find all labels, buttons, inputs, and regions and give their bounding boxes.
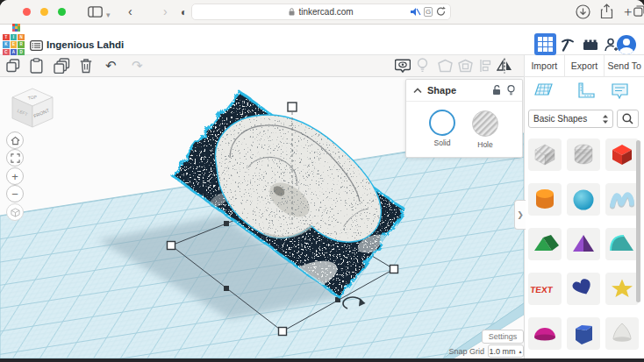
shape-tile-polygon[interactable] — [567, 317, 600, 350]
tab-overview-icon[interactable] — [633, 5, 644, 17]
import-button[interactable]: Import — [525, 55, 564, 76]
delete-icon[interactable] — [80, 58, 92, 74]
mute-audio-icon[interactable] — [411, 7, 421, 17]
sidebar-scrollbar[interactable] — [636, 140, 640, 302]
browser-chrome: ▾ ‹ › ◐ tinkercad.com G ＋ — [0, 0, 644, 25]
back-button[interactable]: ‹ — [128, 4, 132, 19]
url-text: tinkercad.com — [298, 7, 353, 17]
share-icon[interactable] — [600, 4, 613, 19]
hole-label: Hole — [477, 140, 492, 149]
settings-button[interactable]: Settings — [482, 330, 524, 344]
align-icon — [479, 59, 492, 73]
design-menu-icon[interactable] — [30, 40, 43, 51]
shape-tile-scribble[interactable] — [605, 183, 639, 216]
ungroup-icon — [458, 59, 473, 73]
edit-toolbar: ↶ ↷ — [0, 55, 524, 77]
new-tab-icon[interactable]: ＋ — [621, 4, 634, 19]
snap-grid-value: 1.0 mm — [490, 347, 516, 356]
shape-tile-cylinder-hole[interactable] — [567, 138, 600, 171]
shapes-sidebar: Basic Shapes TEXT — [524, 77, 644, 358]
solid-label: Solid — [434, 138, 451, 147]
translate-icon[interactable]: G — [424, 7, 433, 17]
hole-option[interactable]: Hole — [471, 110, 499, 149]
dashboard-grid-button[interactable] — [534, 33, 556, 55]
site-favicon — [12, 24, 20, 32]
snap-grid-label: Snap Grid — [434, 347, 484, 356]
shape-inspector-panel: Shape Solid Hole — [405, 79, 523, 158]
zoom-in-button[interactable]: + — [6, 167, 24, 185]
search-icon — [622, 113, 633, 124]
search-shapes-button[interactable] — [617, 110, 639, 128]
show-all-icon[interactable] — [395, 59, 411, 74]
window-bottom-edge — [0, 358, 644, 362]
dropdown-arrow-icon: ▲ — [519, 349, 523, 354]
shield-icon[interactable]: ◐ — [181, 4, 187, 20]
send-to-button[interactable]: Send To — [604, 55, 644, 76]
minimize-window-button[interactable] — [40, 8, 48, 16]
shape-category-value: Basic Shapes — [533, 114, 587, 124]
shape-tile-pyramid[interactable] — [567, 228, 600, 260]
app-window: ▾ ‹ › ◐ tinkercad.com G ＋ TINKERCAD — [0, 0, 644, 362]
snap-grid-dropdown[interactable]: 1.0 mm ▲ — [488, 344, 524, 358]
pickaxe-icon[interactable] — [560, 37, 576, 53]
mirror-icon[interactable] — [497, 58, 512, 74]
group-icon — [438, 59, 453, 73]
brick-icon[interactable] — [583, 39, 598, 51]
shape-tile-box-hole[interactable] — [528, 138, 562, 171]
ruler-tool-icon[interactable] — [576, 82, 596, 102]
home-view-button[interactable] — [6, 131, 24, 149]
height-handle[interactable] — [288, 103, 297, 111]
export-button[interactable]: Export — [564, 55, 605, 76]
shape-tile-half-sphere[interactable] — [528, 317, 562, 350]
close-window-button[interactable] — [23, 8, 31, 16]
solid-option[interactable]: Solid — [429, 110, 455, 149]
shape-tile-star[interactable] — [605, 273, 639, 305]
svg-text:TEXT: TEXT — [530, 285, 554, 295]
paste-icon[interactable] — [30, 58, 43, 74]
view-cube[interactable]: TOP LEFT FRONT — [9, 86, 56, 130]
panel-title: Shape — [427, 85, 456, 96]
shape-tile-sphere[interactable] — [567, 183, 600, 216]
grid-icon — [538, 37, 553, 52]
shape-tile-paraboloid[interactable] — [605, 317, 639, 350]
collapse-panel-icon[interactable] — [413, 88, 422, 94]
shape-grid: TEXT — [528, 138, 639, 350]
undo-icon[interactable]: ↶ — [105, 58, 117, 74]
sidebar-toggle-icon[interactable] — [88, 6, 103, 18]
shape-tile-box[interactable] — [605, 138, 639, 171]
light-bulb-icon — [417, 58, 428, 74]
zoom-window-button[interactable] — [58, 8, 66, 16]
io-toolbar: Import Export Send To — [524, 55, 644, 77]
shape-category-select[interactable]: Basic Shapes — [528, 110, 613, 128]
downloads-icon[interactable] — [576, 4, 590, 19]
notes-tool-icon[interactable] — [610, 82, 630, 102]
fit-view-button[interactable] — [6, 149, 24, 167]
forward-button[interactable]: › — [163, 4, 168, 19]
design-title[interactable]: Ingenious Lahdi — [47, 39, 124, 50]
chevron-down-icon[interactable]: ▾ — [106, 7, 111, 23]
shape-tile-cylinder[interactable] — [528, 183, 562, 216]
lock-icon — [289, 8, 295, 16]
app-header: TINKERCAD Ingenious Lahdi — [0, 25, 644, 55]
redo-icon[interactable]: ↷ — [132, 58, 143, 74]
tinkercad-logo[interactable]: TINKERCAD — [3, 34, 25, 55]
copy-icon[interactable] — [6, 59, 20, 73]
user-avatar[interactable] — [617, 35, 636, 54]
shape-tile-heart[interactable] — [567, 273, 600, 305]
select-arrows-icon — [603, 115, 608, 124]
zoom-out-button[interactable]: − — [6, 185, 24, 202]
duplicate-icon[interactable] — [54, 58, 70, 74]
workplane-tool-icon[interactable] — [533, 82, 554, 102]
shape-tile-roof[interactable] — [528, 228, 562, 260]
perspective-toggle-button[interactable] — [6, 203, 24, 221]
shape-tile-wedge[interactable] — [605, 228, 639, 260]
shape-tile-text[interactable]: TEXT — [528, 273, 562, 305]
sidebar-collapse-tab[interactable]: ❯ — [514, 200, 526, 230]
unlock-icon[interactable] — [492, 85, 502, 96]
bulb-icon[interactable] — [507, 85, 515, 96]
reload-icon[interactable] — [436, 6, 446, 17]
